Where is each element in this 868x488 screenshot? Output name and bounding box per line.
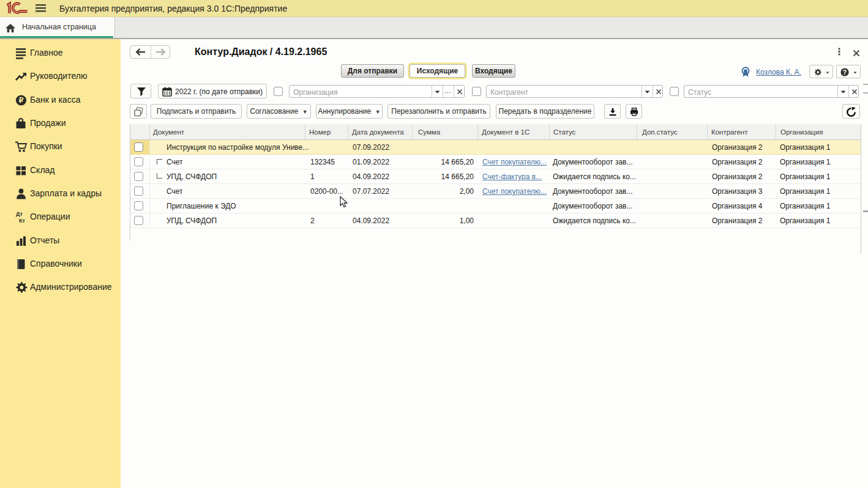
svg-text:Дт: Дт: [16, 211, 23, 217]
svg-text:₽: ₽: [19, 96, 24, 105]
svg-text:Кт: Кт: [19, 218, 25, 224]
svg-text:?: ?: [843, 68, 847, 75]
